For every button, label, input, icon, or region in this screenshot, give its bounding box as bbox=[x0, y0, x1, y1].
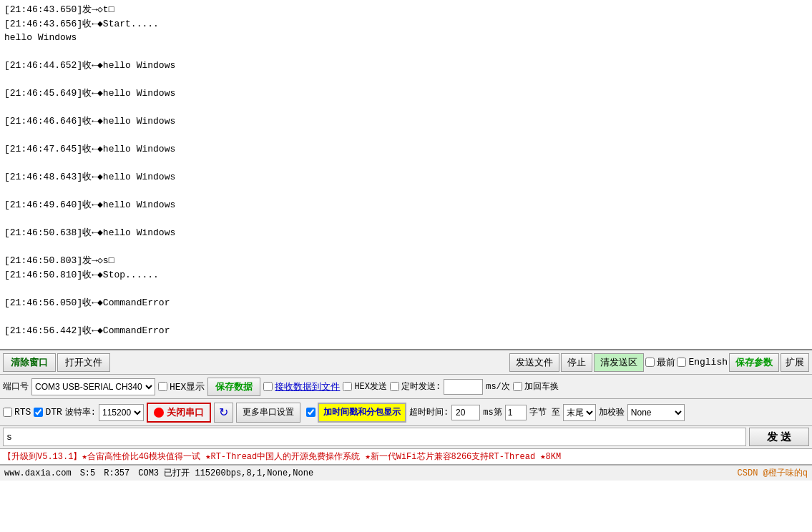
toolbar-row3: RTS DTR 波特率: 115200 关闭串口 ↻ 更多串口设置 加时间戳和分… bbox=[0, 399, 812, 426]
log-line: [21:46:48.643]收←◆hello Windows bbox=[4, 170, 808, 184]
port-label: 端口号 bbox=[3, 380, 29, 393]
log-line bbox=[4, 184, 808, 199]
status-bar: www.daxia.com S:5 R:357 COM3 已打开 115200b… bbox=[0, 465, 812, 481]
hex-display-checkbox[interactable] bbox=[158, 382, 167, 391]
baud-label: 波特率: bbox=[65, 406, 96, 418]
expand-button[interactable]: 扩展 bbox=[781, 353, 809, 372]
log-line: [21:46:46.646]收←◆hello Windows bbox=[4, 114, 808, 129]
english-checkbox-label[interactable]: English bbox=[677, 357, 728, 368]
hex-display-text: HEX显示 bbox=[170, 380, 205, 393]
log-line bbox=[4, 157, 808, 171]
english-checkbox[interactable] bbox=[677, 358, 686, 367]
log-line: [21:46:50.638]收←◆hello Windows bbox=[4, 226, 808, 240]
timestamp-checkbox[interactable] bbox=[306, 408, 315, 417]
more-settings-button[interactable]: 更多串口设置 bbox=[236, 403, 300, 423]
log-line bbox=[4, 212, 808, 227]
toolbar-row1: 清除窗口 打开文件 发送文件 停止 清发送区 最前 English 保存参数 扩… bbox=[0, 350, 812, 375]
recv-file-label[interactable]: 接收数据到文件 bbox=[263, 380, 340, 393]
close-port-button[interactable]: 关闭串口 bbox=[147, 403, 211, 423]
timed-send-checkbox[interactable] bbox=[390, 382, 399, 391]
timeout-label: 超时时间: bbox=[409, 406, 449, 418]
log-line: [21:46:49.640]收←◆hello Windows bbox=[4, 198, 808, 212]
log-line bbox=[4, 240, 808, 255]
port-info-status: COM3 已打开 115200bps,8,1,None,None bbox=[138, 467, 313, 479]
ticker-bar: 【升级到V5.13.1】★合宙高性价比4G模块值得一试 ★RT-Thread中国… bbox=[0, 449, 812, 465]
last-checkbox[interactable] bbox=[645, 358, 655, 367]
save-param-button[interactable]: 保存参数 bbox=[729, 353, 779, 372]
log-line bbox=[4, 338, 808, 350]
s-count-status: S:5 bbox=[80, 468, 96, 478]
send-input[interactable] bbox=[3, 428, 746, 446]
checksum-select[interactable]: None bbox=[627, 404, 685, 421]
add-cr-checkbox[interactable] bbox=[513, 382, 522, 391]
log-line bbox=[4, 73, 808, 87]
log-line: [21:46:43.650]发→◇t□ bbox=[4, 3, 808, 17]
add-cr-text: 加回车换 bbox=[524, 380, 559, 393]
add-cr-label[interactable]: 加回车换 bbox=[513, 380, 559, 393]
close-port-label: 关闭串口 bbox=[167, 406, 204, 419]
timestamp-check-label[interactable]: 加时间戳和分包显示 bbox=[306, 403, 406, 423]
hex-send-label[interactable]: HEX发送 bbox=[343, 380, 387, 393]
rts-text: RTS bbox=[14, 407, 31, 418]
r-count-status: R:357 bbox=[104, 468, 129, 478]
log-line bbox=[4, 282, 808, 296]
byte-start-input[interactable] bbox=[505, 405, 527, 420]
send-button[interactable]: 发 送 bbox=[749, 428, 809, 446]
save-data-button[interactable]: 保存数据 bbox=[207, 378, 260, 396]
english-label: English bbox=[688, 357, 728, 368]
timed-send-text: 定时发送: bbox=[401, 380, 441, 393]
baud-select[interactable]: 115200 bbox=[99, 404, 144, 421]
log-line: [21:46:43.656]收←◆Start..... bbox=[4, 17, 808, 31]
rts-checkbox[interactable] bbox=[3, 408, 12, 417]
clear-send-button[interactable]: 清发送区 bbox=[594, 353, 644, 372]
timeout-unit: ms第 bbox=[483, 406, 502, 418]
log-line: [21:46:44.652]收←◆hello Windows bbox=[4, 59, 808, 73]
log-line: [21:46:50.810]收←◆Stop...... bbox=[4, 268, 808, 282]
hex-send-checkbox[interactable] bbox=[343, 382, 352, 391]
recv-file-checkbox[interactable] bbox=[263, 382, 273, 391]
toolbar-row2: 端口号 COM3 USB-SERIAL CH340 HEX显示 保存数据 接收数… bbox=[0, 375, 812, 399]
log-line: [21:46:50.803]发→◇s□ bbox=[4, 254, 808, 268]
ticker-text: 【升级到V5.13.1】★合宙高性价比4G模块值得一试 ★RT-Thread中国… bbox=[3, 450, 561, 463]
byte-unit: 字节 至 bbox=[529, 406, 560, 418]
hex-display-label[interactable]: HEX显示 bbox=[158, 380, 205, 393]
port-select[interactable]: COM3 USB-SERIAL CH340 bbox=[31, 378, 155, 395]
refresh-button[interactable]: ↻ bbox=[214, 403, 233, 423]
send-file-button[interactable]: 发送文件 bbox=[509, 353, 559, 372]
log-line bbox=[4, 129, 808, 143]
terminal-output: [21:46:43.650]发→◇t□[21:46:43.656]收←◆Star… bbox=[0, 0, 812, 350]
timed-send-unit: ms/次 bbox=[486, 380, 510, 393]
log-line: [21:46:56.442]收←◆CommandError bbox=[4, 324, 808, 338]
stop-button[interactable]: 停止 bbox=[561, 353, 592, 372]
timestamp-button[interactable]: 加时间戳和分包显示 bbox=[318, 403, 406, 423]
log-line: [21:46:47.645]收←◆hello Windows bbox=[4, 142, 808, 157]
log-line bbox=[4, 101, 808, 115]
timed-send-input[interactable]: 1000 bbox=[444, 379, 483, 395]
log-line: hello Windows bbox=[4, 31, 808, 45]
timed-send-label[interactable]: 定时发送: bbox=[390, 380, 441, 393]
open-file-button[interactable]: 打开文件 bbox=[57, 353, 110, 372]
toolbar3-right: 加时间戳和分包显示 超时时间: ms第 字节 至 末尾 加校验 None bbox=[306, 403, 685, 423]
dtr-text: DTR bbox=[45, 407, 62, 418]
dtr-label[interactable]: DTR bbox=[34, 407, 62, 418]
clear-window-button[interactable]: 清除窗口 bbox=[3, 353, 56, 372]
log-line bbox=[4, 310, 808, 324]
hex-send-text: HEX发送 bbox=[354, 380, 387, 393]
log-line: [21:46:45.649]收←◆hello Windows bbox=[4, 87, 808, 101]
dtr-checkbox[interactable] bbox=[34, 408, 43, 417]
log-line: [21:46:56.050]收←◆CommandError bbox=[4, 296, 808, 310]
byte-end-select[interactable]: 末尾 bbox=[563, 404, 596, 421]
input-row: 发 送 bbox=[0, 426, 812, 449]
last-label: 最前 bbox=[657, 356, 675, 369]
rts-label[interactable]: RTS bbox=[3, 407, 31, 418]
last-checkbox-label[interactable]: 最前 bbox=[645, 356, 675, 369]
timeout-input[interactable] bbox=[451, 405, 480, 420]
red-indicator bbox=[154, 408, 164, 418]
checksum-label: 加校验 bbox=[599, 406, 625, 418]
log-line bbox=[4, 45, 808, 59]
website-status: www.daxia.com bbox=[4, 468, 72, 478]
recv-file-text: 接收数据到文件 bbox=[275, 380, 340, 393]
right-status: CSDN @橙子味的q bbox=[738, 467, 808, 479]
